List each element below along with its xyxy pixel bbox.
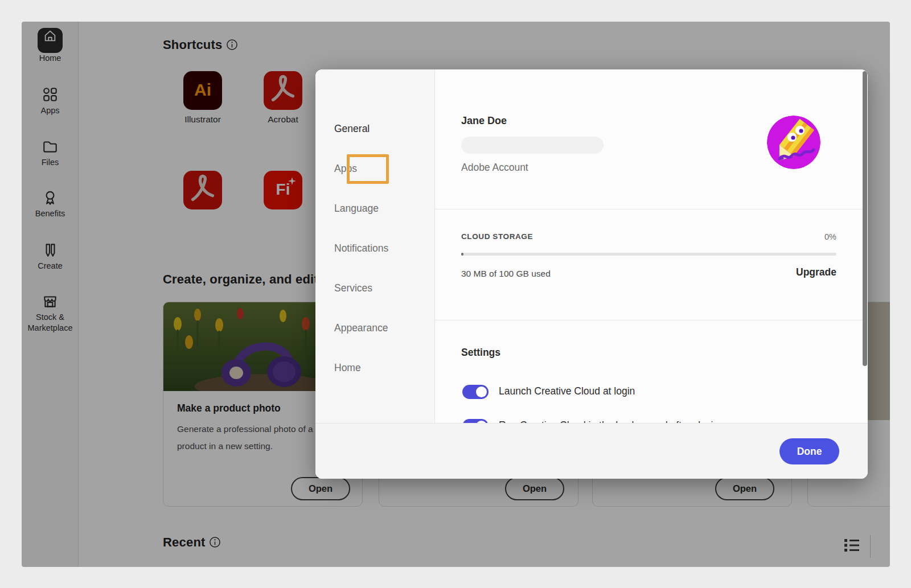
toggle-label: Launch Creative Cloud at login — [499, 385, 635, 397]
dialog-content: Jane Doe Adobe Account — [435, 69, 868, 423]
avatar — [767, 116, 820, 169]
avatar-pencil-image — [767, 116, 820, 169]
upgrade-link[interactable]: Upgrade — [796, 266, 836, 278]
divider — [435, 209, 868, 209]
cloud-storage-heading: CLOUD STORAGE — [461, 232, 533, 241]
cloud-storage-progressbar — [461, 253, 836, 256]
dialog-footer: Done — [315, 423, 868, 479]
settings-heading: Settings — [461, 347, 500, 359]
toggle-knob — [476, 386, 487, 397]
app-window: Home Apps Files Benefits Create — [22, 22, 890, 567]
dialog-nav-apps[interactable]: Apps — [334, 163, 357, 175]
dialog-nav-language[interactable]: Language — [334, 203, 379, 215]
cloud-storage-progress-fill — [461, 253, 463, 256]
dialog-nav: General Apps Language Notifications Serv… — [315, 69, 435, 423]
cloud-storage-percent: 0% — [824, 232, 836, 241]
dialog-nav-appearance[interactable]: Appearance — [334, 322, 388, 334]
dialog-nav-services[interactable]: Services — [334, 282, 372, 294]
done-button[interactable]: Done — [779, 438, 839, 464]
preferences-dialog: General Apps Language Notifications Serv… — [315, 69, 868, 479]
dialog-scrollbar[interactable] — [863, 71, 867, 366]
divider — [435, 320, 868, 320]
cloud-storage-used: 30 MB of 100 GB used — [461, 269, 551, 279]
dialog-nav-notifications[interactable]: Notifications — [334, 242, 388, 254]
redacted-email — [461, 137, 604, 154]
dialog-nav-general[interactable]: General — [334, 123, 370, 135]
toggle-launch-at-login[interactable] — [462, 385, 489, 399]
dialog-nav-home[interactable]: Home — [334, 362, 361, 374]
account-name: Jane Doe — [461, 115, 507, 127]
adobe-account-link[interactable]: Adobe Account — [461, 162, 528, 174]
